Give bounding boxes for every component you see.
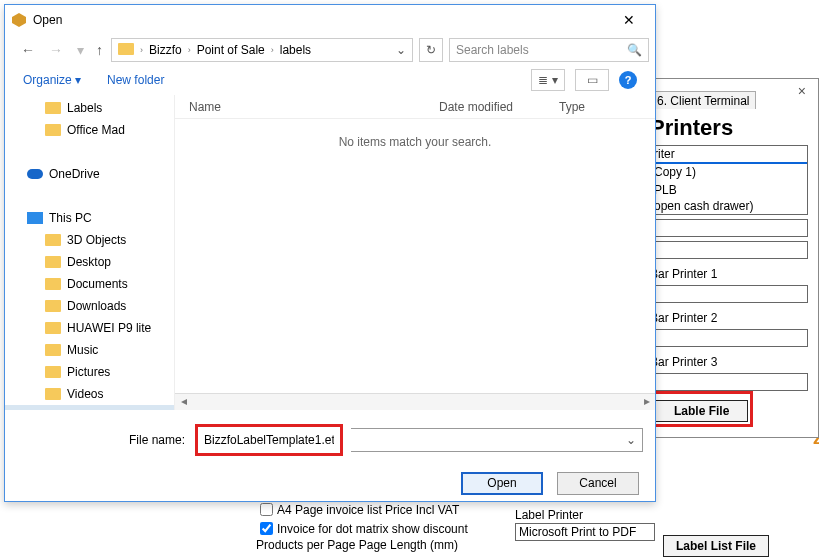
filename-input[interactable] — [200, 429, 338, 451]
view-icon[interactable]: ≣ ▾ — [531, 69, 565, 91]
list-item[interactable]: Copy 1) — [651, 164, 807, 180]
folder-icon — [45, 234, 61, 246]
new-folder-button[interactable]: New folder — [107, 73, 164, 87]
checkbox-dotmatrix-discount[interactable]: Invoice for dot matrix show discount — [256, 519, 468, 538]
open-button[interactable]: Open — [461, 472, 543, 495]
folder-icon — [45, 322, 61, 334]
chevron-down-icon[interactable]: ⌄ — [392, 43, 410, 57]
chevron-right-icon[interactable]: › — [138, 45, 145, 55]
chevron-right-icon[interactable]: › — [269, 45, 276, 55]
refresh-icon[interactable]: ↻ — [419, 38, 443, 62]
bar-printer-3-field[interactable] — [650, 373, 808, 391]
tree-item[interactable]: HUAWEI P9 lite — [5, 317, 174, 339]
chevron-right-icon[interactable]: › — [186, 45, 193, 55]
close-icon[interactable]: ✕ — [609, 12, 649, 28]
cancel-button[interactable]: Cancel — [557, 472, 639, 495]
folder-icon — [45, 124, 61, 136]
breadcrumb[interactable]: labels — [276, 43, 315, 57]
close-icon[interactable]: × — [798, 83, 806, 99]
nav-tree[interactable]: LabelsOffice MadOneDriveThis PC3D Object… — [5, 95, 175, 410]
label-printer-field[interactable]: Microsoft Print to PDF — [515, 523, 655, 541]
label: Products per Page Page Length (mm) — [256, 538, 468, 552]
column-date[interactable]: Date modified — [439, 100, 559, 114]
printers-list[interactable]: riter Copy 1) PLB open cash drawer) — [650, 145, 808, 215]
tree-item[interactable] — [5, 141, 174, 163]
printer-field[interactable] — [650, 241, 808, 259]
label-list-file-button[interactable]: Label List File — [663, 535, 769, 557]
tree-item[interactable]: OneDrive — [5, 163, 174, 185]
preview-pane-icon[interactable]: ▭ — [575, 69, 609, 91]
open-dialog: Open ✕ ← → ▾ ↑ › Bizzfo › Point of Sale … — [4, 4, 656, 502]
tree-item[interactable]: This PC — [5, 207, 174, 229]
label: Label Printer — [515, 508, 655, 522]
tree-item[interactable] — [5, 185, 174, 207]
list-item[interactable]: open cash drawer) — [651, 198, 807, 214]
printers-heading: Printers — [650, 115, 808, 141]
label-file-button[interactable]: Lable File — [655, 400, 748, 422]
list-item[interactable]: riter — [651, 146, 807, 162]
app-icon — [11, 12, 27, 28]
bar-printer-2-field[interactable] — [650, 329, 808, 347]
svg-marker-0 — [12, 13, 26, 27]
filetype-dropdown[interactable]: ⌄ — [351, 428, 643, 452]
search-icon: 🔍 — [627, 43, 642, 57]
printer-field[interactable] — [650, 219, 808, 237]
tree-item[interactable]: Documents — [5, 273, 174, 295]
chevron-down-icon[interactable]: ▾ — [73, 42, 88, 58]
label: Bar Printer 3 — [650, 355, 808, 369]
search-input[interactable]: Search labels 🔍 — [449, 38, 649, 62]
folder-icon — [45, 366, 61, 378]
nav-up-icon[interactable]: ↑ — [94, 42, 105, 58]
filename-label: File name: — [17, 433, 187, 447]
help-icon[interactable]: ? — [619, 71, 637, 89]
empty-message: No items match your search. — [175, 135, 655, 149]
dialog-title: Open — [33, 13, 609, 27]
tree-item[interactable]: Music — [5, 339, 174, 361]
tree-item[interactable]: Desktop — [5, 251, 174, 273]
tree-item[interactable]: Downloads — [5, 295, 174, 317]
folder-icon — [45, 278, 61, 290]
cloud-icon — [27, 169, 43, 179]
folder-icon — [45, 256, 61, 268]
breadcrumb[interactable]: Point of Sale — [193, 43, 269, 57]
organize-menu[interactable]: Organize ▾ — [23, 73, 81, 87]
bar-printer-1-field[interactable] — [650, 285, 808, 303]
nav-forward-icon: → — [45, 42, 67, 58]
horizontal-scrollbar[interactable]: ◂▸ — [175, 393, 655, 410]
folder-icon — [45, 300, 61, 312]
pc-icon — [27, 212, 43, 224]
label: Bar Printer 2 — [650, 311, 808, 325]
tree-item[interactable]: Videos — [5, 383, 174, 405]
list-item[interactable]: PLB — [651, 182, 807, 198]
folder-icon — [118, 43, 134, 55]
nav-back-icon[interactable]: ← — [17, 42, 39, 58]
breadcrumb[interactable]: Bizzfo — [145, 43, 186, 57]
tree-item[interactable]: OS (C:) — [5, 405, 174, 410]
tree-item[interactable]: 3D Objects — [5, 229, 174, 251]
tree-item[interactable]: Pictures — [5, 361, 174, 383]
tree-item[interactable]: Office Mad — [5, 119, 174, 141]
folder-icon — [45, 102, 61, 114]
folder-icon — [45, 388, 61, 400]
address-bar[interactable]: › Bizzfo › Point of Sale › labels ⌄ — [111, 38, 413, 62]
tree-item[interactable]: Labels — [5, 97, 174, 119]
folder-icon — [45, 344, 61, 356]
column-name[interactable]: Name — [189, 100, 439, 114]
column-type[interactable]: Type — [559, 100, 585, 114]
tab-client-terminal[interactable]: 6. Client Terminal — [650, 91, 756, 109]
label: Bar Printer 1 — [650, 267, 808, 281]
